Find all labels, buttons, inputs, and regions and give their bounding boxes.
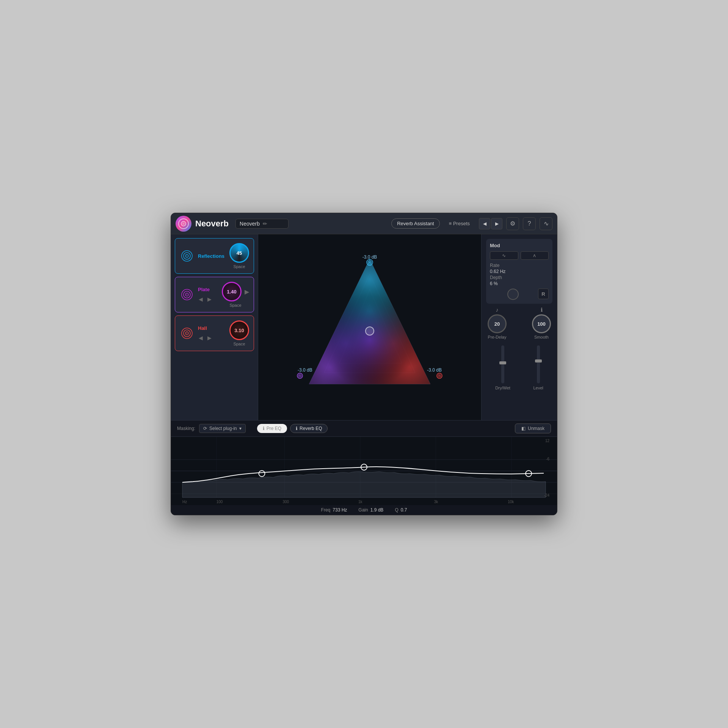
logo (176, 216, 191, 232)
predelay-knob[interactable]: 20 (488, 314, 507, 333)
eq-curve-svg: Hz 100 300 1k 3k 10k 12 -6 -24 (171, 437, 557, 505)
svg-point-14 (187, 333, 187, 334)
preset-box[interactable]: Neoverb ✏ (235, 219, 289, 229)
left-corner-icon (296, 372, 304, 380)
pre-eq-icon: ℹ (263, 426, 265, 431)
eq-freq-param: Freq 733 Hz (321, 507, 347, 513)
triangle-canvas (290, 248, 449, 407)
select-plugin-button[interactable]: ⟳ Select plug-in ▾ (199, 424, 246, 433)
prev-button[interactable]: ◀ (479, 218, 490, 229)
eq-freq-value: 733 Hz (333, 507, 347, 513)
hall-controls: 3.10 Space (229, 320, 249, 346)
main-area: Reflections 45 Space (171, 234, 557, 420)
hall-icon (180, 326, 194, 340)
midi-button[interactable]: ∿ (540, 217, 552, 230)
top-corner-icon (366, 258, 374, 267)
eq-q-value: 0.7 (401, 507, 407, 513)
help-button[interactable]: ? (523, 217, 536, 230)
presets-button[interactable]: ≡ Presets (444, 219, 475, 228)
plate-label: Plate (198, 287, 212, 292)
level-label: Level (533, 386, 543, 390)
plugin-name: Neoverb (195, 219, 229, 229)
svg-text:12: 12 (545, 439, 550, 443)
plugin-container: Neoverb Neoverb ✏ Reverb Assistant ≡ Pre… (171, 213, 557, 515)
unmask-icon: ◧ (521, 426, 526, 431)
next-button[interactable]: ▶ (491, 218, 502, 229)
drywet-fader[interactable] (501, 345, 504, 383)
header: Neoverb Neoverb ✏ Reverb Assistant ≡ Pre… (171, 213, 557, 234)
preset-name: Neoverb (240, 221, 260, 227)
mod-sine-button[interactable]: ∿ (490, 251, 518, 260)
reflections-icon (180, 249, 194, 263)
select-plugin-icon: ⟳ (203, 426, 207, 431)
reflections-label: Reflections (198, 253, 224, 259)
hall-knob[interactable]: 3.10 (229, 320, 249, 340)
dropdown-icon: ▾ (239, 426, 242, 431)
faders-section: Dry/Wet Level (486, 342, 552, 393)
plate-prev-button[interactable]: ◀ (198, 295, 204, 303)
settings-button[interactable]: ⚙ (506, 217, 519, 230)
smooth-group: ℹ 100 Smooth (532, 307, 551, 339)
plate-space-label: Space (229, 303, 241, 308)
hall-next-button[interactable]: ▶ (207, 334, 212, 342)
svg-point-10 (187, 294, 187, 295)
mod-title: Mod (490, 243, 549, 248)
mod-section: Mod ∿ ʌ Rate 0.62 Hz Depth 6 % (486, 239, 552, 304)
svg-point-30 (369, 262, 370, 263)
left-panel: Reflections 45 Space (171, 234, 258, 420)
predelay-label: Pre-Delay (488, 335, 507, 339)
svg-text:1k: 1k (358, 500, 362, 504)
drywet-fader-group: Dry/Wet (495, 345, 510, 390)
mod-tri-button[interactable]: ʌ (521, 251, 549, 260)
reflections-controls: 45 Space (229, 243, 249, 269)
reflections-knob[interactable]: 45 (229, 243, 249, 263)
predelay-smooth-section: ♪ 20 Pre-Delay ℹ 100 Smooth (486, 307, 552, 339)
plate-section: Plate ◀ ▶ 1.40 ▶ Space (175, 277, 254, 312)
svg-point-34 (300, 375, 300, 376)
reverb-eq-tab[interactable]: ℹ Reverb EQ (290, 424, 328, 433)
level-fader[interactable] (537, 345, 540, 383)
smooth-knob[interactable]: 100 (532, 314, 551, 333)
eq-q-param: Q 0.7 (395, 507, 407, 513)
svg-text:-6: -6 (546, 457, 549, 461)
hall-label: Hall (198, 325, 212, 331)
mix-point (366, 327, 374, 335)
triangle-mixer[interactable]: -3.0 dB -3.0 dB (290, 248, 449, 407)
svg-point-6 (187, 256, 187, 256)
logo-icon (180, 221, 187, 227)
eq-gain-param: Gain 1.9 dB (358, 507, 383, 513)
svg-text:3k: 3k (434, 500, 438, 504)
predelay-group: ♪ 20 Pre-Delay (488, 307, 507, 339)
plate-play-button[interactable]: ▶ (245, 288, 249, 295)
hall-prev-button[interactable]: ◀ (198, 334, 204, 342)
right-corner-icon (436, 372, 443, 380)
mod-rate-param: Rate (490, 263, 549, 268)
eq-bottom-bar: Freq 733 Hz Gain 1.9 dB Q 0.7 (171, 505, 557, 515)
reflections-section: Reflections 45 Space (175, 238, 254, 274)
pencil-icon: ✏ (263, 221, 267, 227)
eq-display[interactable]: Hz 100 300 1k 3k 10k 12 -6 -24 (171, 437, 557, 505)
mod-depth-value: 6 % (490, 281, 549, 286)
plate-next-button[interactable]: ▶ (207, 295, 212, 303)
d-knob[interactable] (507, 289, 519, 300)
svg-text:Hz: Hz (182, 500, 187, 504)
smooth-label: Smooth (534, 335, 549, 339)
predelay-icon: ♪ (496, 307, 499, 313)
svg-point-2 (183, 223, 184, 224)
reverb-assistant-button[interactable]: Reverb Assistant (391, 218, 440, 229)
r-button[interactable]: R (538, 289, 549, 299)
mod-buttons: ∿ ʌ (490, 251, 549, 260)
svg-point-38 (439, 375, 439, 376)
smooth-icon: ℹ (541, 307, 543, 313)
unmask-button[interactable]: ◧ Unmask (515, 424, 551, 433)
drywet-label: Dry/Wet (495, 386, 510, 390)
bottom-section: Masking: ⟳ Select plug-in ▾ ℹ Pre EQ ℹ R… (171, 420, 557, 515)
pre-eq-tab[interactable]: ℹ Pre EQ (257, 424, 287, 433)
level-fader-group: Level (533, 345, 543, 390)
svg-point-48 (259, 471, 265, 477)
reverb-eq-icon: ℹ (296, 426, 298, 431)
svg-text:-24: -24 (544, 493, 550, 497)
plate-knob[interactable]: 1.40 (222, 282, 242, 301)
plate-controls: 1.40 ▶ Space (222, 282, 249, 308)
center-area: -3.0 dB -3.0 dB (258, 234, 481, 420)
